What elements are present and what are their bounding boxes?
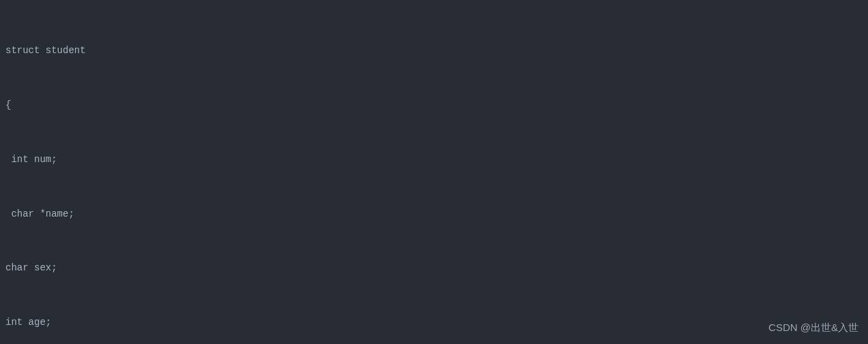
watermark: CSDN @出世&入世: [768, 318, 858, 338]
code-line: int age;: [5, 313, 868, 332]
code-line: char *name;: [5, 205, 868, 223]
code-line: int num;: [5, 151, 868, 169]
code-line: struct student: [5, 42, 868, 60]
code-line: char sex;: [5, 259, 868, 277]
code-block: struct student { int num; char *name; ch…: [5, 5, 868, 344]
code-line: {: [5, 96, 868, 114]
